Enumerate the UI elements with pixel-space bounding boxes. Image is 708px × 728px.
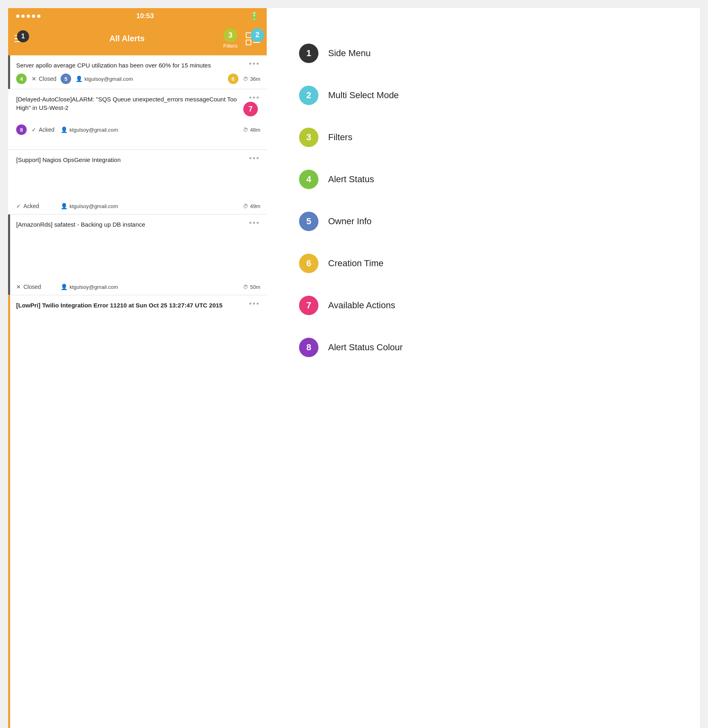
alert-2-top: [Delayed-AutoClose]ALARM: "SQS Queue une… <box>16 95 260 116</box>
alert-4-status: ✕ Closed <box>16 284 61 290</box>
status-dot-1 <box>16 15 19 18</box>
dot-4 <box>249 97 251 99</box>
alert-4-status-text: Closed <box>23 284 41 290</box>
alert-1-owner: 5 👤 ktgulsoy@gmail.com <box>61 74 228 84</box>
alert-2-actions-dots[interactable] <box>248 95 260 100</box>
header-title: All Alerts <box>31 34 223 43</box>
legend-item-3: 3 Filters <box>299 116 676 158</box>
alert-list: Server apollo average CPU utilization ha… <box>8 55 267 728</box>
alert-3-actions-dots[interactable] <box>248 156 260 161</box>
alert-5-actions-dots[interactable] <box>248 301 260 306</box>
alert-1-top: Server apollo average CPU utilization ha… <box>16 61 260 69</box>
dot-7 <box>249 157 251 159</box>
alert-1-time-text: 36m <box>250 76 260 82</box>
alert-4-meta: ✕ Closed 👤 ktgulsoy@gmail.com ⏱ 50m <box>16 251 260 290</box>
status-dot-4 <box>32 15 35 18</box>
alert-item-5[interactable]: [LowPri] Twilio Integration Error 11210 … <box>8 295 267 728</box>
available-actions-badge-7: 7 <box>243 102 258 116</box>
dot-14 <box>253 303 255 305</box>
alert-3-status-text: Acked <box>23 203 39 209</box>
alert-3-title: [Support] Nagios OpsGenie Integration <box>16 156 248 164</box>
clock-icon-1: ⏱ <box>243 76 248 82</box>
dot-9 <box>257 157 259 159</box>
alert-3-email: ktgulsoy@gmail.com <box>70 203 118 209</box>
time-badge-6: 6 <box>228 74 238 84</box>
left-accent-1 <box>8 55 10 89</box>
person-icon-4: 👤 <box>61 284 67 290</box>
alert-3-time-text: 49m <box>250 203 260 209</box>
person-icon-2: 👤 <box>61 126 67 133</box>
alert-4-actions-dots[interactable] <box>248 220 260 225</box>
person-icon-3: 👤 <box>61 203 67 209</box>
app-screenshot: 10:53 🔋 1 All Alerts 3 Filters 2 <box>8 8 700 728</box>
legend-badge-4: 4 <box>299 170 318 189</box>
dot-11 <box>253 222 255 224</box>
legend-badge-1: 1 <box>299 44 318 63</box>
legend-badge-7: 7 <box>299 296 318 315</box>
status-dot-5 <box>37 15 40 18</box>
acked-icon-2: ✓ <box>32 126 36 133</box>
legend-item-7: 7 Available Actions <box>299 284 676 326</box>
alert-3-owner: 👤 ktgulsoy@gmail.com <box>61 203 243 209</box>
alert-item-1[interactable]: Server apollo average CPU utilization ha… <box>8 55 267 89</box>
filters-button[interactable]: 3 Filters <box>223 28 238 49</box>
alert-4-title: [AmazonRds] safatest - Backing up DB ins… <box>16 220 248 229</box>
status-dot-3 <box>27 15 30 18</box>
clock-icon-3: ⏱ <box>243 203 248 209</box>
alert-2-status-text: Acked <box>39 126 55 133</box>
legend-badge-3: 3 <box>299 128 318 147</box>
alert-2-status: 8 ✓ Acked <box>16 124 61 135</box>
alert-status-colour-badge-8: 8 <box>16 124 27 135</box>
alert-1-status: 4 ✕ Closed <box>16 74 61 84</box>
alert-2-owner: 👤 ktgulsoy@gmail.com <box>61 126 243 133</box>
dot-1 <box>249 63 251 65</box>
legend-label-4: Alert Status <box>328 174 374 185</box>
alert-1-actions-dots[interactable] <box>248 61 260 66</box>
closed-icon-4: ✕ <box>16 284 21 290</box>
clock-icon-2: ⏱ <box>243 127 248 133</box>
alert-item-3[interactable]: [Support] Nagios OpsGenie Integration ✓ … <box>8 150 267 215</box>
filters-label: Filters <box>223 43 238 49</box>
legend-item-1: 1 Side Menu <box>299 32 676 74</box>
legend-label-2: Multi Select Mode <box>328 90 399 101</box>
phone-panel: 10:53 🔋 1 All Alerts 3 Filters 2 <box>8 8 267 728</box>
clock-icon-4: ⏱ <box>243 284 248 290</box>
dot-15 <box>257 303 259 305</box>
multiselect-button[interactable]: 2 <box>246 32 260 45</box>
side-menu-button[interactable]: 1 <box>15 35 24 42</box>
owner-badge-5: 5 <box>61 74 71 84</box>
legend-badge-2: 2 <box>299 86 318 105</box>
alert-2-email: ktgulsoy@gmail.com <box>70 127 118 133</box>
legend-item-2: 2 Multi Select Mode <box>299 74 676 116</box>
alert-item-4[interactable]: [AmazonRds] safatest - Backing up DB ins… <box>8 215 267 295</box>
badge-3: 3 <box>223 28 237 42</box>
legend-label-7: Available Actions <box>328 300 395 311</box>
dot-5 <box>253 97 255 99</box>
alert-3-time: ⏱ 49m <box>243 203 260 209</box>
status-dot-2 <box>21 15 25 18</box>
alert-2-time-text: 48m <box>250 127 260 133</box>
badge-2: 2 <box>251 28 264 42</box>
alert-3-top: [Support] Nagios OpsGenie Integration <box>16 156 260 164</box>
legend-badge-5: 5 <box>299 212 318 231</box>
alert-3-meta: ✓ Acked 👤 ktgulsoy@gmail.com ⏱ 49m <box>16 179 260 209</box>
alert-1-email: ktgulsoy@gmail.com <box>84 76 133 82</box>
alert-status-badge-4: 4 <box>16 74 27 84</box>
legend-item-8: 8 Alert Status Colour <box>299 326 676 368</box>
dot-8 <box>253 157 255 159</box>
legend-label-6: Creation Time <box>328 258 384 269</box>
alert-1-title: Server apollo average CPU utilization ha… <box>16 61 248 69</box>
app-header: 1 All Alerts 3 Filters 2 <box>8 24 267 55</box>
alert-5-top: [LowPri] Twilio Integration Error 11210 … <box>16 301 260 309</box>
alert-item-2[interactable]: [Delayed-AutoClose]ALARM: "SQS Queue une… <box>8 89 267 150</box>
left-accent-4 <box>8 215 10 295</box>
dot-13 <box>249 303 251 305</box>
dot-12 <box>257 222 259 224</box>
legend-item-6: 6 Creation Time <box>299 242 676 284</box>
dot-2 <box>253 63 255 65</box>
status-dots <box>16 15 40 18</box>
alert-4-email: ktgulsoy@gmail.com <box>70 284 118 290</box>
closed-icon-1: ✕ <box>32 76 36 82</box>
alert-4-top: [AmazonRds] safatest - Backing up DB ins… <box>16 220 260 229</box>
alert-2-meta: 8 ✓ Acked 👤 ktgulsoy@gmail.com ⏱ 48m <box>16 124 260 135</box>
